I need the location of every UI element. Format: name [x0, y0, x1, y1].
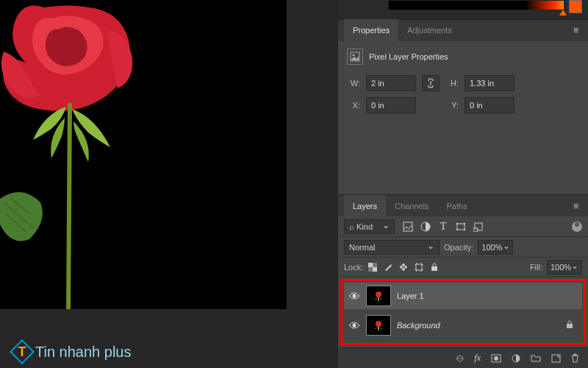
layer-thumbnail[interactable]: [366, 286, 391, 306]
fill-value: 100%: [551, 263, 571, 272]
color-panel-strip: [338, 0, 588, 19]
layer-effects-icon[interactable]: fx: [474, 353, 481, 364]
svg-point-18: [376, 291, 381, 297]
filter-kind-select[interactable]: ⌕ Kind: [344, 219, 395, 234]
properties-panel-tabs: Properties Adjustments ≡: [338, 19, 588, 41]
visibility-toggle[interactable]: [348, 321, 360, 330]
watermark-logo-icon: T: [10, 339, 35, 364]
filter-type-icon[interactable]: T: [437, 221, 449, 233]
properties-panel: Pixel Layer Properties W: H: X: Y:: [338, 41, 588, 194]
opacity-input[interactable]: 100%: [478, 240, 513, 255]
lock-label: Lock:: [344, 263, 363, 272]
svg-point-21: [376, 321, 381, 327]
svg-rect-14: [368, 267, 373, 272]
highlight-annotation: Layer 1 Background: [340, 279, 586, 345]
svg-rect-10: [473, 228, 478, 232]
lock-fill-row: Lock: ✥ Fill: 100%: [338, 258, 588, 277]
filter-shape-icon[interactable]: [455, 221, 467, 233]
height-label: H:: [445, 79, 459, 88]
lock-position-icon[interactable]: ✥: [398, 261, 409, 273]
tab-layers[interactable]: Layers: [344, 195, 386, 217]
svg-point-25: [494, 356, 498, 361]
filter-toggle[interactable]: [572, 222, 582, 232]
pixel-layer-icon: [347, 49, 363, 65]
svg-rect-2: [404, 222, 412, 231]
panels-sidebar: Properties Adjustments ≡ Pixel Layer Pro…: [338, 0, 588, 368]
layer-thumbnail[interactable]: [366, 315, 391, 336]
svg-point-1: [353, 54, 355, 56]
color-gradient[interactable]: [388, 0, 564, 10]
x-input[interactable]: [366, 97, 416, 113]
svg-rect-15: [416, 264, 422, 270]
layers-bottom-bar: ⦵ fx: [338, 347, 588, 368]
panel-menu-icon[interactable]: ≡: [570, 25, 582, 35]
layer-row[interactable]: Background: [344, 312, 582, 339]
layer-row[interactable]: Layer 1: [344, 283, 582, 309]
lock-transparency-icon[interactable]: [368, 261, 378, 273]
layer-filter-row: ⌕ Kind T: [338, 216, 588, 237]
lock-pixels-icon[interactable]: [383, 261, 393, 273]
panel-menu-icon[interactable]: ≡: [570, 201, 582, 211]
delete-layer-icon[interactable]: [571, 353, 579, 363]
blend-opacity-row: Normal Opacity: 100%: [338, 237, 588, 258]
svg-rect-6: [464, 223, 465, 224]
watermark-text: Tin nhanh plus: [35, 344, 131, 361]
blend-mode-select[interactable]: Normal: [344, 240, 440, 255]
x-label: X:: [347, 101, 360, 110]
watermark: T Tin nhanh plus: [13, 343, 131, 361]
lock-icon: [566, 320, 573, 330]
layers-panel-tabs: Layers Channels Paths ≡: [338, 194, 588, 216]
opacity-label: Opacity:: [444, 243, 473, 252]
opacity-value: 100%: [481, 243, 502, 252]
svg-rect-16: [431, 266, 437, 271]
svg-rect-5: [456, 223, 458, 224]
height-input[interactable]: [465, 75, 514, 91]
tab-channels[interactable]: Channels: [386, 195, 437, 217]
svg-rect-8: [464, 229, 465, 230]
search-icon: ⌕: [349, 222, 354, 231]
blend-mode-value: Normal: [349, 243, 375, 252]
fill-input[interactable]: 100%: [547, 260, 582, 275]
document-canvas[interactable]: [0, 0, 287, 309]
new-layer-icon[interactable]: [551, 354, 561, 363]
group-icon[interactable]: [531, 354, 541, 362]
filter-kind-label: Kind: [356, 222, 373, 231]
svg-rect-12: [373, 267, 377, 272]
svg-rect-22: [378, 326, 379, 330]
canvas-area: [0, 0, 338, 368]
layer-list: Layer 1 Background: [338, 277, 588, 347]
svg-point-20: [353, 324, 356, 328]
svg-rect-23: [567, 324, 573, 328]
color-swatch[interactable]: [569, 0, 582, 13]
filter-smartobject-icon[interactable]: [473, 221, 484, 233]
width-input[interactable]: [366, 75, 416, 91]
layer-mask-icon[interactable]: [491, 354, 501, 363]
filter-pixel-icon[interactable]: [402, 221, 414, 233]
lock-all-icon[interactable]: [429, 261, 440, 273]
link-layers-icon[interactable]: ⦵: [456, 353, 464, 364]
svg-rect-13: [373, 263, 377, 267]
svg-point-17: [353, 294, 356, 298]
layers-panel: ⌕ Kind T Normal Opacity: 100% Lock: ✥: [338, 216, 588, 368]
width-label: W:: [347, 79, 360, 88]
svg-rect-4: [457, 224, 465, 230]
tab-properties[interactable]: Properties: [344, 19, 398, 41]
rose-leaf: [0, 184, 51, 258]
y-label: Y:: [445, 101, 459, 110]
y-input[interactable]: [465, 97, 514, 113]
properties-title: Pixel Layer Properties: [369, 52, 448, 61]
link-dimensions-button[interactable]: [422, 75, 440, 91]
svg-rect-19: [378, 297, 379, 301]
filter-adjustment-icon[interactable]: [420, 221, 431, 233]
layer-name: Background: [397, 321, 440, 330]
visibility-toggle[interactable]: [348, 291, 360, 300]
tab-paths[interactable]: Paths: [438, 195, 476, 217]
adjustment-layer-icon[interactable]: [512, 354, 520, 363]
lock-artboard-icon[interactable]: [414, 261, 424, 273]
tab-adjustments[interactable]: Adjustments: [398, 19, 461, 41]
fill-label: Fill:: [530, 263, 542, 272]
svg-rect-7: [456, 229, 458, 230]
svg-rect-27: [552, 355, 560, 362]
svg-rect-11: [368, 263, 373, 267]
rose-image: [0, 0, 147, 118]
